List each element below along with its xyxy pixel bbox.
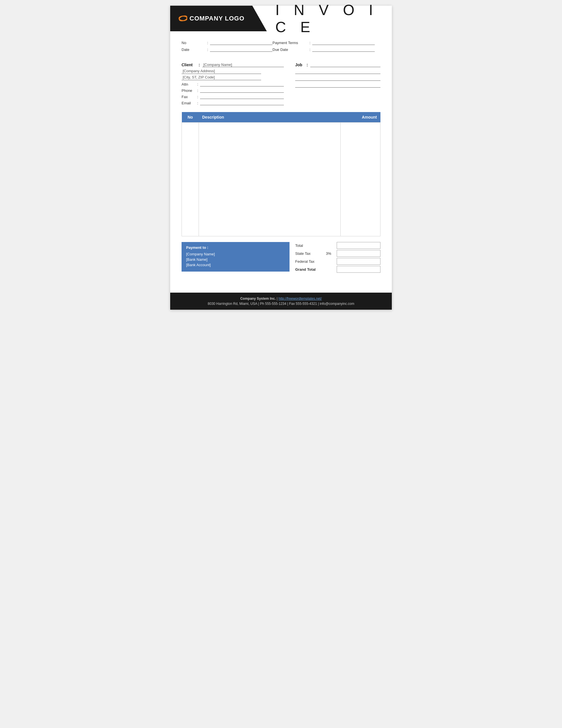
state-tax-field[interactable] (337, 250, 380, 257)
payment-terms-row: Payment Terms : (273, 40, 380, 45)
meta-row-no: No : Payment Terms : (182, 40, 380, 45)
job-field-4[interactable] (295, 82, 380, 88)
client-city-value: [City, ST, ZIP Code] (182, 75, 215, 79)
col-description-header: Description (199, 112, 341, 123)
job-label: Job (295, 63, 306, 67)
client-name-value: [Company Name] (202, 63, 232, 67)
logo-section: COMPANY LOGO (170, 6, 267, 31)
total-label: Total (295, 243, 323, 248)
payment-bank: [Bank Name] (186, 257, 285, 262)
job-colon: : (306, 63, 308, 67)
attn-colon: : (197, 82, 198, 86)
client-colon: : (199, 63, 200, 67)
no-label: No (182, 41, 207, 45)
attn-field[interactable] (200, 81, 284, 86)
attn-label: Attn (182, 82, 197, 86)
footer-section: Payment to : [Company Name] [Bank Name] … (170, 242, 392, 278)
federal-tax-row: Federal Tax (295, 258, 380, 265)
date-label: Date (182, 47, 207, 52)
company-logo-icon (176, 14, 187, 23)
table-header: No Description Amount (182, 112, 380, 123)
header-title-section: I N V O I C E (267, 6, 392, 31)
due-date-row: Due Date : (273, 47, 380, 52)
fax-field[interactable] (200, 94, 284, 99)
invoice-title: I N V O I C E (275, 1, 383, 36)
grand-total-row: Grand Total (295, 266, 380, 273)
email-label: Email (182, 101, 197, 105)
table-body (182, 123, 380, 236)
table-header-row: No Description Amount (182, 112, 380, 123)
page-footer: Company System Inc. | http://freewordtem… (170, 293, 392, 310)
job-title-row: Job : (295, 62, 380, 67)
col-no-header: No (182, 112, 199, 123)
state-tax-row: State Tax 3% (295, 250, 380, 257)
due-date-label: Due Date (273, 47, 309, 52)
date-colon: : (207, 47, 208, 52)
payment-block: Payment to : [Company Name] [Bank Name] … (182, 242, 289, 272)
client-block: Client : [Company Name] [Company Address… (182, 62, 284, 106)
client-phone-row: Phone : (182, 88, 284, 93)
client-address-value: [Company Address] (182, 69, 215, 73)
item-no-cell (182, 123, 199, 236)
due-date-colon: : (309, 47, 310, 52)
phone-field[interactable] (200, 88, 284, 93)
federal-tax-field[interactable] (337, 258, 380, 265)
no-colon: : (207, 41, 208, 45)
client-email-row: Email : (182, 100, 284, 105)
total-row: Total (295, 242, 380, 249)
footer-line-1: Company System Inc. | http://freewordtem… (176, 297, 386, 301)
client-fax-row: Fax : (182, 94, 284, 99)
email-colon: : (197, 101, 198, 105)
job-field-2[interactable] (295, 69, 380, 74)
footer-line-2: 8030 Harrington Rd, Miami, USA | Ph 555-… (176, 302, 386, 306)
client-attn-row: Attn : (182, 81, 284, 86)
items-table: No Description Amount (182, 112, 380, 236)
footer-link[interactable]: http://freewordtemplates.net/ (279, 297, 321, 301)
phone-colon: : (197, 88, 198, 93)
total-field[interactable] (337, 242, 380, 249)
payment-terms-field[interactable] (312, 40, 375, 45)
invoice-page: COMPANY LOGO I N V O I C E No : Payment … (170, 6, 392, 310)
client-address-field[interactable]: [Company Address] (182, 69, 261, 74)
payment-account: [Bank Account] (186, 263, 285, 267)
meta-row-date: Date : Due Date : (182, 47, 380, 52)
logo-text: COMPANY LOGO (190, 15, 244, 22)
item-desc-cell (199, 123, 341, 236)
payment-title: Payment to : (186, 245, 285, 250)
col-amount-header: Amount (341, 112, 380, 123)
client-title-row: Client : [Company Name] (182, 62, 284, 67)
email-field[interactable] (200, 100, 284, 105)
svg-point-0 (179, 16, 187, 21)
footer-company-name: Company System Inc. (241, 297, 276, 301)
item-amount-cell (341, 123, 380, 236)
job-block: Job : (295, 62, 380, 106)
state-tax-pct: 3% (326, 251, 334, 256)
federal-tax-label: Federal Tax (295, 259, 323, 264)
state-tax-label: State Tax (295, 251, 323, 256)
totals-block: Total State Tax 3% Federal Tax Grand Tot… (295, 242, 380, 273)
grand-total-label: Grand Total (295, 267, 323, 272)
payment-terms-colon: : (309, 41, 310, 45)
grand-total-field[interactable] (337, 266, 380, 273)
table-section: No Description Amount (170, 112, 392, 242)
svg-point-1 (179, 15, 187, 22)
invoice-header: COMPANY LOGO I N V O I C E (170, 6, 392, 31)
table-row (182, 123, 380, 236)
client-city-field[interactable]: [City, ST, ZIP Code] (182, 75, 261, 80)
fax-colon: : (197, 95, 198, 99)
payment-terms-label: Payment Terms (273, 41, 309, 45)
client-name-field[interactable]: [Company Name] (202, 62, 284, 67)
client-job-section: Client : [Company Name] [Company Address… (170, 59, 392, 112)
fax-label: Fax (182, 95, 197, 99)
job-field-3[interactable] (295, 76, 380, 81)
due-date-field[interactable] (312, 47, 375, 52)
logo-container: COMPANY LOGO (176, 14, 244, 23)
date-field[interactable] (210, 47, 273, 52)
job-field-1[interactable] (310, 62, 380, 67)
payment-company: [Company Name] (186, 252, 285, 256)
spacer (170, 278, 392, 284)
no-field[interactable] (210, 40, 273, 45)
phone-label: Phone (182, 88, 197, 93)
client-label: Client (182, 63, 199, 67)
